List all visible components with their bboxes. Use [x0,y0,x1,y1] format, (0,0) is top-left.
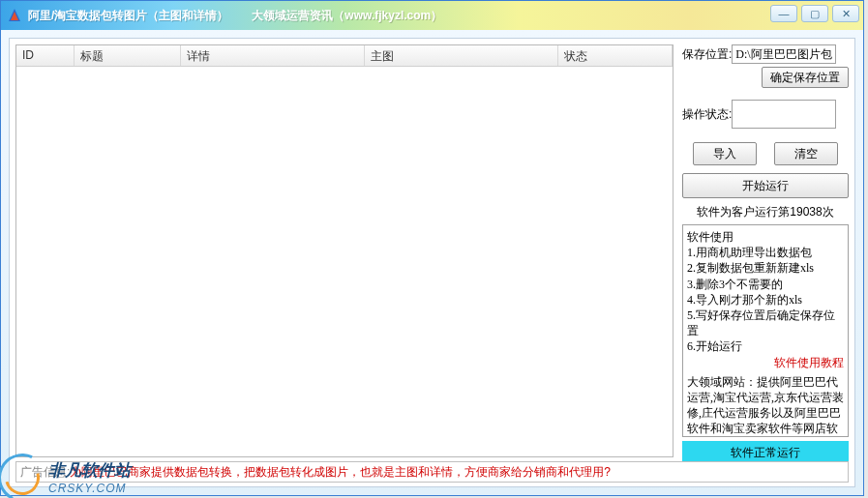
info-line: 4.导入刚才那个新的xls [687,292,844,308]
save-path-label: 保存位置: [682,46,732,63]
data-table: ID 标题 详情 主图 状态 [15,44,673,457]
col-main[interactable]: 主图 [365,45,558,66]
run-counter: 软件为客户运行第19038次 [682,204,849,220]
table-body[interactable] [16,67,673,456]
col-status[interactable]: 状态 [558,45,673,66]
save-path-row: 保存位置: [682,44,849,64]
title-bar[interactable]: 阿里/淘宝数据包转图片（主图和详情） 大领域运营资讯（www.fjkyzl.co… [1,1,863,30]
op-status-box [732,100,836,129]
col-id[interactable]: ID [16,45,75,66]
window-title: 阿里/淘宝数据包转图片（主图和详情） 大领域运营资讯（www.fjkyzl.co… [28,8,442,24]
info-line: 2.复制数据包重新新建xls [687,260,844,276]
col-detail[interactable]: 详情 [181,45,365,66]
minimize-button[interactable]: — [770,5,797,22]
info-line: 6.开始运行 [687,338,844,354]
main-area: ID 标题 详情 主图 状态 [15,44,673,457]
app-window: 阿里/淘宝数据包转图片（主图和详情） 大领域运营资讯（www.fjkyzl.co… [0,0,864,496]
info-line: 3.删除3个不需要的 [687,277,844,292]
info-body: 大领域网站：提供阿里巴巴代运营,淘宝代运营,京东代运营装修,庄代运营服务以及阿里… [687,374,844,437]
ad-text: 为阿里巴巴商家提供数据包转换，把数据包转化成图片，也就是主图和详情，方便商家给分… [70,464,611,481]
run-button[interactable]: 开始运行 [682,173,849,198]
clear-button[interactable]: 清空 [774,142,838,165]
close-button[interactable]: ✕ [832,5,859,22]
info-line: 5.写好保存位置后确定保存位置 [687,308,844,338]
info-title: 软件使用 [687,229,844,245]
table-header: ID 标题 详情 主图 状态 [16,45,673,67]
client-area: ID 标题 详情 主图 状态 保存位置: 确定保 [1,30,863,495]
side-panel: 保存位置: 确定保存位置 操作状态: 导入 清空 开始运行 软件为客户运行第19… [682,44,849,457]
app-icon [7,8,22,23]
op-status-label: 操作状态: [682,106,732,123]
maximize-button[interactable]: ▢ [801,5,828,22]
info-line: 1.用商机助理导出数据包 [687,245,844,260]
tutorial-link[interactable]: 软件使用教程 [687,355,844,370]
footer-ad: 广告信息: 为阿里巴巴商家提供数据包转换，把数据包转化成图片，也就是主图和详情，… [15,461,849,483]
info-box: 软件使用 1.用商机助理导出数据包 2.复制数据包重新新建xls 3.删除3个不… [682,224,849,437]
inner-panel: ID 标题 详情 主图 状态 保存位置: 确定保 [9,38,855,487]
ad-label: 广告信息: [20,464,70,481]
op-status-row: 操作状态: [682,100,849,129]
save-path-input[interactable] [732,44,836,64]
action-row: 导入 清空 [682,142,849,165]
confirm-save-button[interactable]: 确定保存位置 [762,67,849,88]
import-button[interactable]: 导入 [693,142,757,165]
col-title[interactable]: 标题 [75,45,181,66]
window-controls: — ▢ ✕ [770,5,859,22]
